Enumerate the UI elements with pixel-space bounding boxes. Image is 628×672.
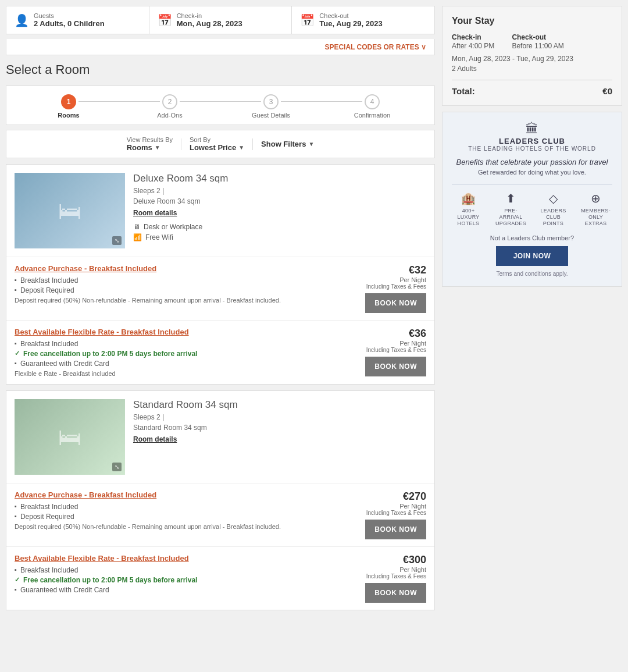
rate-feature: ▪ Breakfast Included bbox=[15, 503, 356, 511]
leaders-club-card: 🏛 LEADERS CLUB THE LEADING HOTELS OF THE… bbox=[442, 112, 622, 287]
rate-name[interactable]: Best Available Flexible Rate - Breakfast… bbox=[15, 554, 356, 563]
amenity-text: Desk or Workplace bbox=[144, 223, 202, 231]
step-circle-4: 4 bbox=[365, 94, 380, 109]
sort-by-dropdown[interactable]: Sort By Lowest Price ▼ bbox=[190, 136, 244, 152]
room-image-0[interactable]: 🛏 ⤡ bbox=[15, 173, 125, 248]
room-info-0: Deluxe Room 34 sqm Sleeps 2 | Deluxe Roo… bbox=[133, 173, 426, 248]
checkout-section: 📅 Check-out Tue, Aug 29, 2023 bbox=[292, 6, 434, 34]
checkout-col: Check-out Before 11:00 AM bbox=[512, 33, 563, 50]
step-addons[interactable]: 2 Add-Ons bbox=[119, 94, 220, 119]
your-stay-title: Your Stay bbox=[452, 16, 612, 26]
step-guest-details[interactable]: 3 Guest Details bbox=[220, 94, 322, 119]
rate-price-col: €300 Per Night Including Taxes & Fees BO… bbox=[362, 554, 426, 603]
book-now-button-0-1[interactable]: BOOK NOW bbox=[365, 357, 426, 376]
your-stay-card: Your Stay Check-in After 4:00 PM Check-o… bbox=[442, 6, 622, 106]
leaders-terms: Terms and conditions apply. bbox=[452, 271, 612, 277]
room-meta-1: Sleeps 2 | bbox=[133, 413, 426, 421]
step-confirmation[interactable]: 4 Confirmation bbox=[322, 94, 423, 119]
leaders-sub: Get rewarded for doing what you love. bbox=[452, 169, 612, 176]
room-card-1: 🛏 ⤡ Standard Room 34 sqm Sleeps 2 | Stan… bbox=[6, 390, 435, 610]
leaders-icon-sym-0: 🏨 bbox=[461, 191, 476, 205]
checkin-time-value: After 4:00 PM bbox=[452, 42, 494, 50]
rate-name[interactable]: Best Available Flexible Rate - Breakfast… bbox=[15, 328, 356, 336]
rate-row-1-1: Best Available Flexible Rate - Breakfast… bbox=[6, 547, 434, 610]
amenity-icon: 🖥 bbox=[133, 223, 140, 231]
rate-info: Advance Purchase - Breakfast Included ▪ … bbox=[15, 490, 356, 530]
rate-feature: ▪ Deposit Required bbox=[15, 513, 356, 521]
room-name-1: Standard Room 34 sqm bbox=[133, 399, 426, 411]
rate-info: Best Available Flexible Rate - Breakfast… bbox=[15, 328, 356, 377]
rate-feature-icon: ▪ bbox=[15, 503, 17, 510]
rate-feature-icon: ▪ bbox=[15, 586, 17, 593]
leaders-icon-label-0: 400+ LUXURY HOTELS bbox=[452, 208, 485, 226]
step-label-2: Add-Ons bbox=[157, 112, 182, 119]
room-top: 🛏 ⤡ Standard Room 34 sqm Sleeps 2 | Stan… bbox=[6, 391, 434, 483]
rate-feature-text: Deposit Required bbox=[20, 286, 74, 294]
step-label-3: Guest Details bbox=[252, 112, 290, 119]
special-codes-link[interactable]: SPECIAL CODES OR RATES ∨ bbox=[324, 43, 426, 51]
leaders-logo-area: 🏛 LEADERS CLUB THE LEADING HOTELS OF THE… bbox=[452, 122, 612, 152]
checkin-time-label: Check-in bbox=[452, 33, 494, 41]
rate-feature-icon: ✓ bbox=[15, 350, 20, 357]
rate-feature-icon: ▪ bbox=[15, 513, 17, 520]
rate-per-night: Per Night bbox=[362, 276, 426, 283]
room-image-1[interactable]: 🛏 ⤡ bbox=[15, 399, 125, 475]
rate-price: €36 bbox=[362, 328, 426, 340]
rate-feature-text: Guaranteed with Credit Card bbox=[20, 586, 109, 594]
view-results-chevron-icon: ▼ bbox=[155, 144, 160, 151]
book-now-button-1-1[interactable]: BOOK NOW bbox=[365, 583, 426, 603]
rate-name[interactable]: Advance Purchase - Breakfast Included bbox=[15, 490, 356, 499]
image-expand-icon[interactable]: ⤡ bbox=[112, 463, 122, 471]
sort-by-label: Sort By bbox=[190, 136, 244, 143]
rate-per-night: Per Night bbox=[362, 340, 426, 347]
leaders-icon-sym-1: ⬆ bbox=[506, 191, 516, 205]
rate-taxes: Including Taxes & Fees bbox=[362, 283, 426, 290]
book-now-button-0-0[interactable]: BOOK NOW bbox=[365, 293, 426, 313]
leaders-member-text: Not a Leaders Club member? bbox=[452, 234, 612, 241]
special-codes-bar[interactable]: SPECIAL CODES OR RATES ∨ bbox=[6, 39, 435, 55]
room-details-link-0[interactable]: Room details bbox=[133, 209, 426, 217]
rate-price-col: €36 Per Night Including Taxes & Fees BOO… bbox=[362, 328, 426, 376]
image-expand-icon[interactable]: ⤡ bbox=[112, 236, 122, 245]
sort-divider bbox=[181, 138, 181, 150]
rate-feature-icon: ✓ bbox=[15, 576, 20, 584]
rate-feature-icon: ▪ bbox=[15, 286, 17, 293]
rate-info: Best Available Flexible Rate - Breakfast… bbox=[15, 554, 356, 596]
room-amenities-0: 🖥 Desk or Workplace 📶 Free Wifi bbox=[133, 223, 426, 241]
leaders-icon-item-3: ⊕ MEMBERS-ONLY EXTRAS bbox=[579, 191, 612, 226]
rate-feature-icon: ▪ bbox=[15, 276, 17, 283]
rate-feature: ▪ Deposit Required bbox=[15, 286, 356, 294]
checkout-time-label: Check-out bbox=[512, 33, 563, 41]
leaders-icon-item-0: 🏨 400+ LUXURY HOTELS bbox=[452, 191, 485, 226]
rate-desc: Deposit required (50%) Non-refundable - … bbox=[15, 297, 356, 304]
leaders-icon-sym-2: ◇ bbox=[549, 191, 558, 205]
rate-row-0-1: Best Available Flexible Rate - Breakfast… bbox=[6, 321, 434, 384]
view-results-dropdown[interactable]: View Results By Rooms ▼ bbox=[127, 136, 173, 152]
book-now-button-1-0[interactable]: BOOK NOW bbox=[365, 520, 426, 539]
checkout-time-value: Before 11:00 AM bbox=[512, 42, 563, 50]
checkin-section: 📅 Check-in Mon, Aug 28, 2023 bbox=[149, 6, 292, 34]
rate-desc: Deposit required (50%) Non-refundable - … bbox=[15, 523, 356, 530]
rate-feature: ▪ Breakfast Included bbox=[15, 276, 356, 285]
checkout-label: Check-out bbox=[319, 12, 382, 19]
leaders-icon-item-2: ◇ LEADERS CLUB POINTS bbox=[537, 191, 570, 226]
stay-dates: Mon, Aug 28, 2023 - Tue, Aug 29, 2023 bbox=[452, 55, 612, 63]
rate-feature: ▪ Breakfast Included bbox=[15, 340, 356, 348]
steps: 1 Rooms 2 Add-Ons 3 Guest Details 4 Conf… bbox=[18, 94, 423, 119]
guests-value: 2 Adults, 0 Children bbox=[34, 19, 105, 28]
checkin-label: Check-in bbox=[177, 12, 242, 19]
room-info-1: Standard Room 34 sqm Sleeps 2 | Standard… bbox=[133, 399, 426, 475]
room-card-0: 🛏 ⤡ Deluxe Room 34 sqm Sleeps 2 | Deluxe… bbox=[6, 164, 435, 385]
step-rooms[interactable]: 1 Rooms bbox=[18, 94, 119, 119]
checkin-col: Check-in After 4:00 PM bbox=[452, 33, 494, 50]
amenity: 📶 Free Wifi bbox=[133, 233, 426, 241]
room-details-link-1[interactable]: Room details bbox=[133, 435, 426, 443]
rate-per-night: Per Night bbox=[362, 566, 426, 573]
show-filters-dropdown[interactable]: Show Filters ▼ bbox=[261, 140, 314, 148]
leaders-icon-item-1: ⬆ PRE-ARRIVAL UPGRADES bbox=[494, 191, 527, 226]
rate-name[interactable]: Advance Purchase - Breakfast Included bbox=[15, 264, 356, 273]
join-now-button[interactable]: JOIN NOW bbox=[496, 246, 569, 266]
show-filters-label: Show Filters bbox=[261, 140, 306, 148]
view-results-value: Rooms bbox=[127, 143, 152, 152]
leaders-divider bbox=[452, 184, 612, 184]
